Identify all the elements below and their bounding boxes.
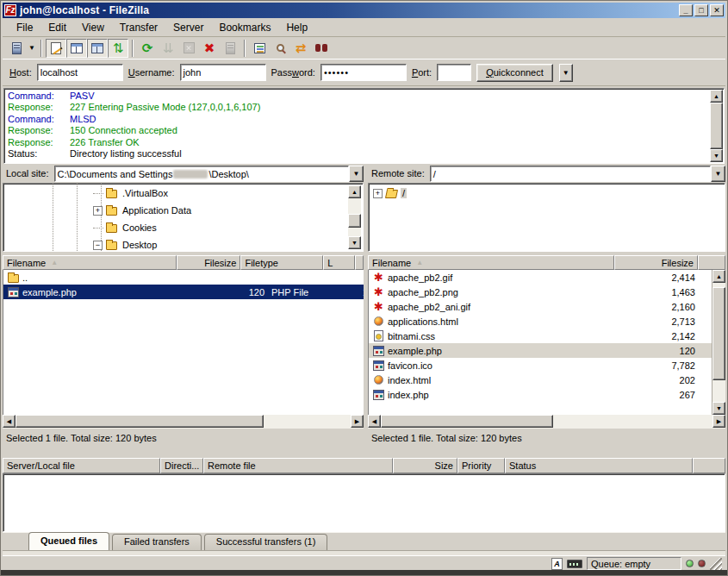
close-button[interactable]: ✕ xyxy=(710,4,724,16)
file-row-example-php[interactable]: example.php120 xyxy=(369,343,725,358)
synchronized-browsing-button[interactable]: ⇄ xyxy=(290,39,311,58)
column-header-remote-file[interactable]: Remote file xyxy=(203,458,393,473)
remote-directory-tree[interactable]: +/ xyxy=(368,183,725,252)
transfer-queue-list[interactable] xyxy=(3,473,725,532)
local-list-hscrollbar[interactable]: ◀ ▶ xyxy=(3,415,364,429)
title-bar[interactable]: Fz john@localhost - FileZilla _ □ ✕ xyxy=(3,3,725,18)
column-header-filesize[interactable]: Filesize xyxy=(177,255,240,270)
refresh-button[interactable]: ⟳ xyxy=(137,39,158,58)
scroll-down-icon[interactable]: ▼ xyxy=(712,402,725,415)
column-header-filename[interactable]: Filename▲ xyxy=(3,255,177,270)
file-row-apache-pb2-gif[interactable]: ✱apache_pb2.gif2,414 xyxy=(369,270,725,285)
site-manager-button-dropdown-icon[interactable]: ▼ xyxy=(27,39,37,58)
menu-bookmarks[interactable]: Bookmarks xyxy=(212,19,277,36)
scroll-down-icon[interactable]: ▼ xyxy=(348,236,361,249)
expand-icon[interactable]: + xyxy=(373,189,383,198)
file-row-favicon-ico[interactable]: favicon.ico7,782 xyxy=(369,358,725,373)
column-header-priority[interactable]: Priority xyxy=(457,458,505,473)
log-line: Response:150 Connection accepted xyxy=(8,125,708,136)
column-header-directi-[interactable]: Directi... xyxy=(160,458,203,473)
scroll-up-icon[interactable]: ▲ xyxy=(348,185,361,198)
site-manager-button[interactable] xyxy=(6,39,27,58)
disconnect-button[interactable]: ✖ xyxy=(199,39,220,58)
toggle-message-log-button[interactable] xyxy=(46,39,66,58)
file-row-example-php[interactable]: example.php120PHP File1 xyxy=(3,285,364,299)
menu-edit[interactable]: Edit xyxy=(41,19,73,36)
scrollbar-thumb[interactable] xyxy=(712,287,725,380)
process-queue-button[interactable]: ⇊ xyxy=(158,39,178,58)
toggle-remote-tree-button[interactable] xyxy=(87,39,108,58)
remote-site-dropdown-icon[interactable]: ▼ xyxy=(711,166,725,182)
maximize-button[interactable]: □ xyxy=(694,4,708,16)
quickconnect-dropdown-icon[interactable]: ▼ xyxy=(559,64,573,82)
menu-view[interactable]: View xyxy=(75,19,111,36)
port-input[interactable] xyxy=(437,64,471,81)
column-header-l[interactable]: L xyxy=(323,255,355,270)
resize-grip[interactable] xyxy=(710,558,722,570)
column-header-status[interactable]: Status xyxy=(505,458,693,473)
local-tree-scrollbar[interactable]: ▲ ▼ xyxy=(348,185,361,249)
message-log-scrollbar[interactable]: ▲ ▼ xyxy=(710,90,723,162)
collapse-icon[interactable]: − xyxy=(93,241,103,250)
local-site-dropdown-icon[interactable]: ▼ xyxy=(349,166,364,182)
file-row-apache-pb2-png[interactable]: ✱apache_pb2.png1,463 xyxy=(369,285,725,299)
column-header-filename[interactable]: Filename▲ xyxy=(368,255,614,270)
file-row-index-php[interactable]: index.php267 xyxy=(369,387,725,402)
filter-button[interactable] xyxy=(249,39,270,58)
scroll-right-icon[interactable]: ▶ xyxy=(351,415,364,428)
file-row-apache-pb2-ani-gif[interactable]: ✱apache_pb2_ani.gif2,160 xyxy=(369,299,725,314)
toggle-queue-button[interactable]: ⇅ xyxy=(108,39,128,58)
toggle-local-tree-button[interactable] xyxy=(66,39,87,58)
toolbar-separator xyxy=(40,40,42,57)
file-row-bitnami-css[interactable]: bitnami.css2,142 xyxy=(369,329,725,343)
remote-list-scrollbar[interactable]: ▲ ▼ xyxy=(712,270,725,415)
file-row-applications-html[interactable]: applications.html2,713 xyxy=(369,314,725,329)
menu-help[interactable]: Help xyxy=(279,19,314,36)
minimize-button[interactable]: _ xyxy=(679,4,693,16)
quickconnect-button[interactable]: Quickconnect xyxy=(476,64,553,82)
scroll-left-icon[interactable]: ◀ xyxy=(3,415,16,428)
scroll-up-icon[interactable]: ▲ xyxy=(712,270,725,283)
tree-item-cookies[interactable]: Cookies xyxy=(93,219,348,236)
menu-file[interactable]: File xyxy=(9,19,40,36)
menu-server[interactable]: Server xyxy=(166,19,210,36)
host-input[interactable]: localhost xyxy=(37,64,123,81)
column-header-filesize[interactable]: Filesize xyxy=(614,255,698,270)
find-files-button[interactable] xyxy=(311,39,332,58)
firefox-file-icon xyxy=(372,316,385,326)
expand-icon[interactable]: + xyxy=(93,206,103,216)
local-site-combo[interactable]: C:\Documents and Settings\Desktop\ xyxy=(54,166,349,182)
directory-comparison-button[interactable] xyxy=(270,39,290,58)
column-header-size[interactable]: Size xyxy=(393,458,457,473)
remote-site-combo[interactable]: / xyxy=(430,166,711,182)
scrollbar-thumb[interactable] xyxy=(710,103,723,149)
scrollbar-thumb[interactable] xyxy=(348,214,361,228)
file-row-index-html[interactable]: index.html202 xyxy=(369,373,725,387)
remote-list-hscrollbar[interactable]: ◀ ▶ xyxy=(368,415,725,429)
cancel-operation-button[interactable]: ✕ xyxy=(178,39,199,58)
password-input[interactable]: •••••• xyxy=(320,64,407,81)
tree-item-application-data[interactable]: +Application Data xyxy=(93,202,348,219)
tree-item--virtualbox[interactable]: .VirtualBox xyxy=(93,185,348,202)
username-input[interactable]: john xyxy=(180,64,266,81)
scroll-down-icon[interactable]: ▼ xyxy=(710,149,723,162)
data-type-ascii-icon[interactable]: A xyxy=(551,558,563,570)
speed-limit-icon[interactable] xyxy=(567,560,582,568)
reconnect-button[interactable] xyxy=(220,39,240,58)
column-header-filetype[interactable]: Filetype xyxy=(240,255,323,270)
local-directory-tree[interactable]: .VirtualBox+Application DataCookies−Desk… xyxy=(3,183,364,252)
local-path-prefix: C:\Documents and Settings xyxy=(58,169,173,179)
scrollbar-thumb[interactable] xyxy=(381,415,553,428)
tree-item-desktop[interactable]: −Desktop xyxy=(93,236,348,252)
tab-failed-transfers[interactable]: Failed transfers xyxy=(112,534,202,550)
tree-item--[interactable]: +/ xyxy=(373,185,710,202)
scrollbar-thumb[interactable] xyxy=(16,415,264,428)
scroll-right-icon[interactable]: ▶ xyxy=(712,415,725,428)
tab-queued-files[interactable]: Queued files xyxy=(28,532,109,550)
file-row--[interactable]: .. xyxy=(3,270,364,285)
column-header-server-local-file[interactable]: Server/Local file xyxy=(3,458,160,473)
scroll-up-icon[interactable]: ▲ xyxy=(710,90,723,103)
menu-transfer[interactable]: Transfer xyxy=(113,19,165,36)
scroll-left-icon[interactable]: ◀ xyxy=(368,415,381,428)
tab-successful-transfers-1-[interactable]: Successful transfers (1) xyxy=(204,534,328,550)
